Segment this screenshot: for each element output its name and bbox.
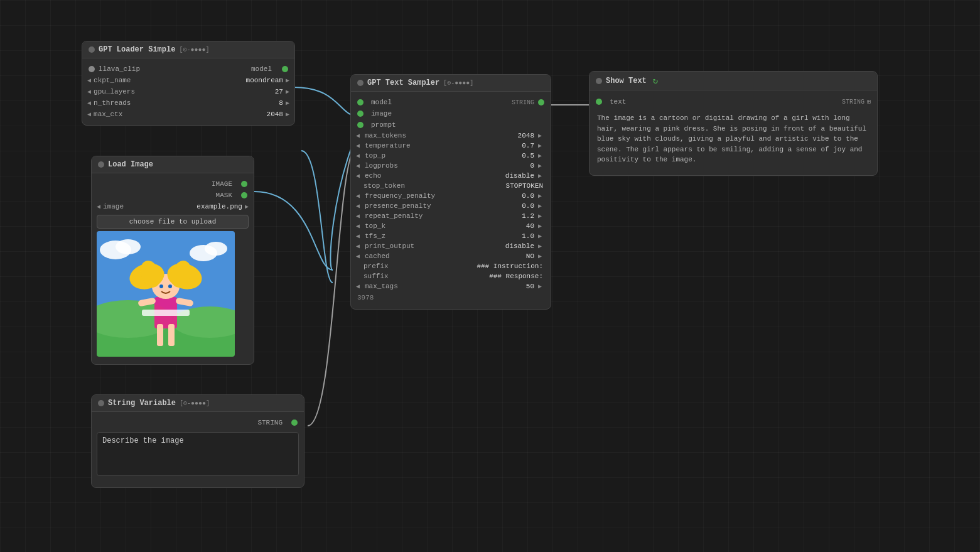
ckpt-name-row: ◀ ckpt_name moondream ▶ (82, 75, 294, 86)
gpt-sampler-status-dot (357, 80, 363, 86)
param-value-max_tags: 50 (526, 283, 534, 290)
param-arrow-right-top_k[interactable]: ▶ (538, 222, 546, 230)
param-arrow-right-temperature[interactable]: ▶ (538, 142, 546, 149)
param-name-presence_penalty: presence_penalty (365, 202, 431, 210)
string-var-badge: [⊙-●●●●] (180, 399, 210, 407)
string-var-textarea[interactable]: Describe the image (97, 432, 299, 476)
sampler-model-port-row: model STRING (351, 97, 551, 108)
text-input-dot (596, 99, 602, 105)
param-arrow-left-max_tags[interactable]: ◀ (356, 283, 363, 290)
sampler-prompt-in-label: prompt (371, 121, 396, 129)
param-name-repeat_penalty: repeat_penalty (365, 212, 428, 220)
string-var-title: String Variable (108, 399, 176, 408)
text-input-port: text (596, 98, 626, 106)
sampler-string-out: STRING (512, 99, 544, 106)
ckpt-name-label: ckpt_name (94, 77, 144, 84)
param-arrow-right-frequency_penalty[interactable]: ▶ (538, 192, 546, 200)
ctx-arrow-right[interactable]: ▶ (286, 111, 289, 118)
llava-clip-dot (89, 66, 95, 72)
param-arrow-left-cached[interactable]: ◀ (356, 252, 363, 260)
param-arrow-left-echo[interactable]: ◀ (356, 172, 363, 180)
param-arrow-left-max_tokens[interactable]: ◀ (356, 132, 363, 139)
param-arrow-right-presence_penalty[interactable]: ▶ (538, 202, 546, 210)
img-arrow-right[interactable]: ▶ (245, 203, 249, 210)
max-ctx-value: 2048 (267, 111, 283, 118)
image-preview (97, 231, 235, 357)
sampler-image-in-dot (357, 111, 363, 117)
ckpt-name-value: moondream (246, 77, 283, 84)
svg-rect-9 (157, 324, 163, 346)
param-arrow-right-cached[interactable]: ▶ (538, 252, 546, 260)
llava-clip-label: llava_clip (99, 65, 140, 73)
sampler-model-in: model (357, 99, 392, 106)
param-name-stop_token: stop_token (356, 182, 419, 190)
param-arrow-left-repeat_penalty[interactable]: ◀ (356, 212, 363, 220)
max-ctx-row: ◀ max_ctx 2048 ▶ (82, 109, 294, 120)
gpu-arrow-right[interactable]: ▶ (286, 88, 289, 95)
param-value-cached: NO (526, 252, 534, 260)
choose-file-button[interactable]: choose file to upload (97, 215, 249, 229)
param-arrow-right-repeat_penalty[interactable]: ▶ (538, 212, 546, 220)
param-row-top_k: ◀ top_k 40 ▶ (351, 221, 551, 231)
gpt-sampler-node: GPT Text Sampler [⊙-●●●●] model STRING i… (350, 74, 551, 310)
text-input-label: text (610, 98, 626, 106)
param-value-print_output: disable (505, 242, 534, 250)
gpu-layers-label: gpu_layers (94, 88, 144, 95)
param-arrow-left-temperature[interactable]: ◀ (356, 142, 363, 149)
param-arrow-right-top_p[interactable]: ▶ (538, 152, 546, 160)
ckpt-arrow-right[interactable]: ▶ (286, 77, 289, 84)
param-value-presence_penalty: 0.0 (522, 202, 534, 210)
param-arrow-right-print_output[interactable]: ▶ (538, 242, 546, 250)
show-text-status-dot (596, 78, 602, 84)
gpt-sampler-badge: [⊙-●●●●] (443, 79, 473, 87)
image-output-label: IMAGE (212, 180, 232, 188)
svg-rect-10 (168, 324, 175, 346)
param-arrow-right-max_tokens[interactable]: ▶ (538, 132, 546, 139)
param-row-suffix: suffix ### Response: (351, 271, 551, 281)
svg-point-17 (168, 284, 172, 288)
param-row-stop_token: stop_token STOPTOKEN (351, 181, 551, 191)
show-text-string-out: STRING ⊞ (842, 98, 871, 106)
token-count: 3978 (351, 291, 551, 304)
param-name-temperature: temperature (365, 142, 428, 149)
param-arrow-left-logprobs[interactable]: ◀ (356, 162, 363, 170)
param-arrow-left-top_p[interactable]: ◀ (356, 152, 363, 160)
load-image-body: IMAGE MASK ◀ image example.png ▶ choose … (92, 173, 254, 364)
param-arrow-right-echo[interactable]: ▶ (538, 172, 546, 180)
param-row-print_output: ◀ print_output disable ▶ (351, 241, 551, 251)
string-var-status-dot (98, 400, 104, 406)
param-arrow-left-presence_penalty[interactable]: ◀ (356, 202, 363, 210)
param-row-prefix: prefix ### Instruction: (351, 261, 551, 271)
param-arrow-left-print_output[interactable]: ◀ (356, 242, 363, 250)
param-arrow-left-tfs_z[interactable]: ◀ (356, 232, 363, 240)
param-value-temperature: 0.7 (522, 142, 534, 149)
gpt-sampler-title: GPT Text Sampler (367, 78, 439, 87)
gpt-loader-header: GPT Loader Simple [⊙-●●●●] (82, 41, 294, 58)
sampler-string-out-dot (538, 99, 544, 106)
ctx-arrow-left[interactable]: ◀ (87, 111, 91, 118)
refresh-icon[interactable]: ↻ (653, 75, 658, 86)
param-arrow-left-top_k[interactable]: ◀ (356, 222, 363, 230)
param-arrow-left-frequency_penalty[interactable]: ◀ (356, 192, 363, 200)
show-text-header: Show Text ↻ (590, 72, 877, 90)
param-name-suffix: suffix (356, 273, 419, 280)
param-arrow-right-logprobs[interactable]: ▶ (538, 162, 546, 170)
n-threads-label: n_threads (94, 99, 144, 107)
param-value-top_k: 40 (526, 222, 534, 230)
show-text-port-row: text STRING ⊞ (590, 95, 877, 108)
param-row-cached: ◀ cached NO ▶ (351, 251, 551, 261)
param-name-print_output: print_output (365, 242, 428, 250)
string-variable-node: String Variable [⊙-●●●●] STRING Describe… (91, 394, 304, 488)
threads-arrow-right[interactable]: ▶ (286, 99, 289, 107)
param-row-tfs_z: ◀ tfs_z 1.0 ▶ (351, 231, 551, 241)
img-arrow-left[interactable]: ◀ (97, 203, 100, 210)
param-name-logprobs: logprobs (365, 162, 428, 170)
model-label: model (251, 65, 272, 73)
param-arrow-right-max_tags[interactable]: ▶ (538, 283, 546, 290)
gpu-arrow-left[interactable]: ◀ (87, 88, 91, 95)
param-arrow-right-tfs_z[interactable]: ▶ (538, 232, 546, 240)
ckpt-arrow-left[interactable]: ◀ (87, 77, 91, 84)
param-value-repeat_penalty: 1.2 (522, 212, 534, 220)
threads-arrow-left[interactable]: ◀ (87, 99, 91, 107)
svg-rect-20 (142, 310, 190, 316)
